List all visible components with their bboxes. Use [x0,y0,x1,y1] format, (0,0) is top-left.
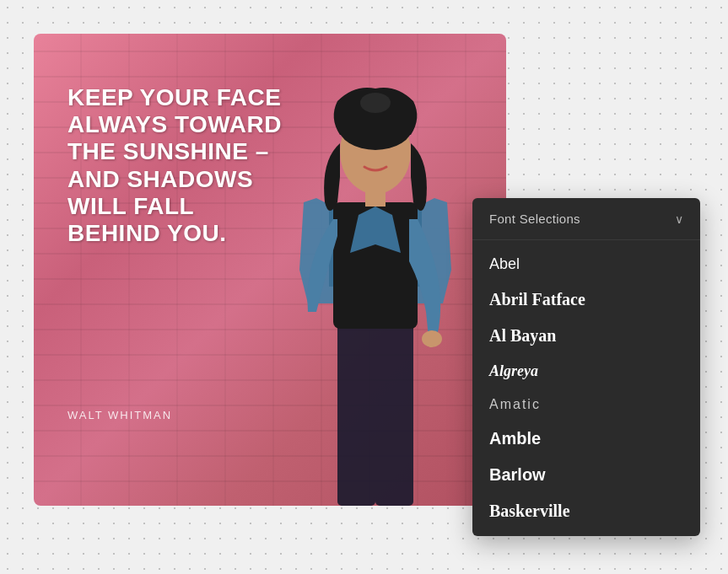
font-item-al-bayan[interactable]: Al Bayan [472,318,700,354]
font-item-baskerville[interactable]: Baskerville [472,493,700,529]
main-container: Keep your face always toward the sunshin… [34,34,692,531]
quote-text: Keep your face always toward the sunshin… [67,84,287,247]
chevron-down-icon: ∨ [675,212,683,226]
font-item-amble[interactable]: Amble [472,421,700,457]
svg-rect-0 [337,320,375,506]
font-panel: Font Selections ∨ Abel Abril Fatface Al … [472,198,700,536]
svg-point-5 [360,93,391,113]
author-text: Walt Whitman [67,409,172,421]
font-item-abel[interactable]: Abel [472,247,700,282]
font-item-amatic[interactable]: Amatic [472,389,700,421]
person-figure [270,67,481,506]
font-item-barlow[interactable]: Barlow [472,457,700,493]
image-card: Keep your face always toward the sunshin… [34,34,506,506]
font-item-abril-fatface[interactable]: Abril Fatface [472,282,700,318]
font-item-algreya[interactable]: Algreya [472,354,700,389]
font-list: Abel Abril Fatface Al Bayan Algreya Amat… [472,240,700,536]
svg-rect-6 [365,190,386,207]
font-panel-title: Font Selections [489,212,580,226]
svg-rect-1 [375,320,413,506]
font-panel-header[interactable]: Font Selections ∨ [472,198,700,240]
svg-point-7 [422,330,442,347]
